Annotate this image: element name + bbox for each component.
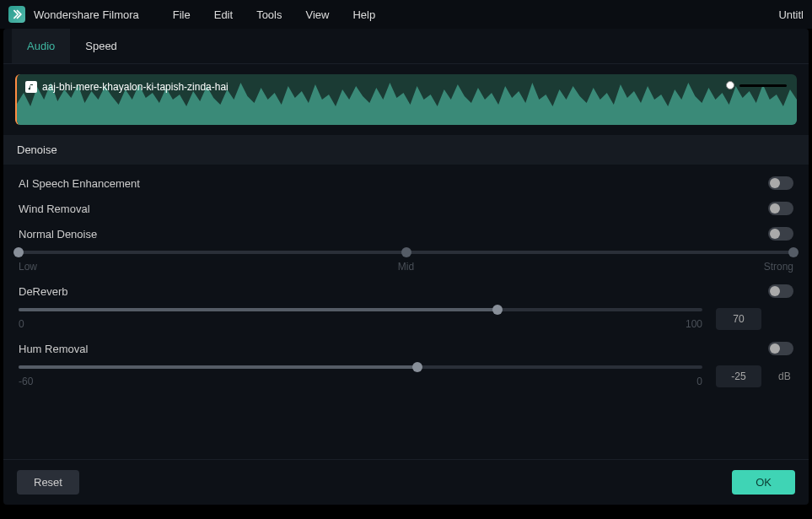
hum-max: 0	[696, 376, 702, 387]
slider-label-low: Low	[19, 261, 37, 273]
tabs: Audio Speed	[3, 29, 809, 64]
clip-volume[interactable]	[726, 81, 787, 89]
wind-removal-label: Wind Removal	[19, 203, 90, 215]
tab-speed[interactable]: Speed	[70, 29, 132, 63]
hum-removal-label: Hum Removal	[19, 343, 88, 355]
hum-min: -60	[19, 376, 33, 387]
clip-name: aaj-bhi-mere-khayalon-ki-tapish-zinda-ha…	[42, 81, 229, 93]
app-name: Wondershare Filmora	[34, 8, 139, 21]
wind-removal-toggle[interactable]	[768, 202, 793, 215]
hum-value[interactable]: -25	[716, 365, 761, 387]
audio-clip[interactable]: aaj-bhi-mere-khayalon-ki-tapish-zinda-ha…	[15, 74, 797, 125]
menu-help[interactable]: Help	[352, 8, 375, 21]
dereverb-max: 100	[686, 318, 702, 330]
music-icon	[25, 81, 37, 93]
hum-removal-toggle[interactable]	[768, 342, 793, 355]
slider-label-high: Strong	[764, 261, 793, 273]
menu-edit[interactable]: Edit	[214, 8, 233, 21]
dereverb-toggle[interactable]	[768, 284, 793, 298]
editor-panel: Audio Speed aaj-bhi-mere-khayalon-ki-tap…	[3, 29, 809, 505]
ok-button[interactable]: OK	[732, 470, 795, 495]
hum-removal-slider[interactable]: -60 0	[19, 365, 702, 387]
normal-denoise-slider[interactable]: Low Mid Strong	[19, 251, 793, 273]
dereverb-label: DeReverb	[19, 285, 68, 298]
app-logo	[8, 6, 25, 23]
hum-unit: dB	[778, 370, 793, 382]
tab-audio[interactable]: Audio	[12, 29, 70, 63]
doc-title: Untitl	[778, 8, 804, 21]
menubar: Wondershare Filmora File Edit Tools View…	[0, 0, 812, 29]
denoise-content: AI Speech Enhancement Wind Removal Norma…	[3, 165, 809, 459]
ai-speech-toggle[interactable]	[768, 176, 793, 190]
normal-denoise-toggle[interactable]	[768, 227, 793, 241]
dereverb-min: 0	[19, 318, 24, 330]
footer: Reset OK	[3, 459, 809, 505]
volume-thumb-icon	[726, 81, 734, 89]
slider-label-mid: Mid	[398, 261, 414, 273]
normal-denoise-label: Normal Denoise	[19, 228, 97, 241]
ai-speech-label: AI Speech Enhancement	[19, 177, 140, 190]
volume-track-icon	[739, 84, 787, 87]
dereverb-value[interactable]: 70	[716, 308, 761, 330]
menu-file[interactable]: File	[173, 8, 191, 21]
menu-tools[interactable]: Tools	[256, 8, 282, 21]
menu-view[interactable]: View	[305, 8, 329, 21]
reset-button[interactable]: Reset	[17, 470, 79, 495]
section-denoise-header: Denoise	[3, 135, 809, 165]
dereverb-slider[interactable]: 0 100	[19, 308, 702, 330]
